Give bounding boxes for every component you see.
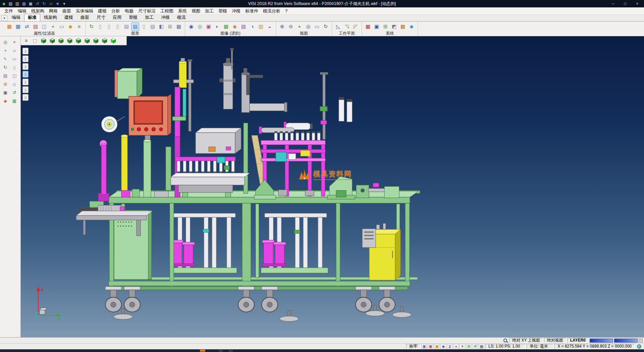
minimize-button[interactable]: ─	[607, 0, 619, 7]
toolbar-icon[interactable]: ⊞	[381, 23, 389, 31]
menu-item[interactable]: 冲模	[229, 7, 243, 15]
sidebar-tool-icon[interactable]: ◫	[10, 72, 18, 79]
toolbar-icon[interactable]: +	[49, 23, 57, 31]
toolbar-icon[interactable]: ▤	[122, 23, 130, 31]
toolbar-icon[interactable]: ▦	[364, 23, 372, 31]
tab[interactable]: 应用	[109, 14, 125, 21]
viewbar-menu-icon[interactable]: ≡	[22, 37, 30, 45]
toolbar-icon[interactable]: ↻	[322, 23, 330, 31]
toolbar-icon[interactable]: ▣	[205, 23, 213, 31]
status-mini-icon[interactable]: ▣	[421, 344, 427, 349]
sidebar-tool-icon[interactable]: ▦	[10, 97, 18, 104]
toolbar-icon[interactable]: ◩	[390, 23, 398, 31]
toolbar-icon[interactable]: ◑	[248, 23, 256, 31]
quick-access-icon[interactable]: ▣	[28, 1, 34, 7]
quick-access-icon[interactable]: ▱	[48, 1, 54, 7]
absolute-view-cell[interactable]: 绝对视图	[544, 338, 566, 343]
sidebar-tool-icon[interactable]: ◎	[1, 38, 9, 46]
status-mini-icon[interactable]: ×	[453, 344, 459, 349]
menu-item[interactable]: 视图	[189, 7, 203, 15]
floating-tool-button[interactable]: ▯	[22, 79, 29, 85]
tab[interactable]: 编辑	[8, 14, 24, 21]
tab[interactable]: 建模	[61, 14, 77, 21]
toolbar-icon[interactable]: ◧	[157, 23, 165, 31]
sidebar-tool-icon[interactable]: ▤	[1, 72, 9, 79]
status-mini-icon[interactable]: ▦	[479, 344, 484, 349]
toolbar-icon[interactable]: ▩	[14, 23, 22, 31]
status-mini-icon[interactable]: ⊞	[466, 344, 472, 349]
view-cube-icon[interactable]	[101, 37, 109, 45]
toolbar-icon[interactable]: ⊖	[287, 23, 295, 31]
sidebar-tool-icon[interactable]: +	[1, 47, 9, 54]
tab[interactable]: 曲面	[77, 14, 93, 21]
toolbar-icon[interactable]: ◫	[40, 23, 48, 31]
tab[interactable]: 标准	[24, 14, 40, 21]
sidebar-tool-icon[interactable]: ↖	[1, 55, 9, 62]
sidebar-tool-icon[interactable]: ▣	[1, 89, 9, 96]
toolbar-icon[interactable]: ◆	[66, 23, 74, 31]
tab[interactable]: 冲模	[157, 14, 173, 21]
status-mini-icon[interactable]: ▣	[428, 344, 433, 349]
view-mode-cell[interactable]: 绝对 XY 上视图	[509, 338, 543, 343]
tab[interactable]: 模流	[173, 14, 190, 21]
toolbar-icon[interactable]: ⊕	[278, 23, 286, 31]
viewport-canvas[interactable]: ≡ ▢	[21, 36, 644, 337]
tab[interactable]: 线架构	[40, 14, 61, 21]
toolbar-icon[interactable]: ▤	[149, 23, 157, 31]
toolbar-icon[interactable]: ▯	[114, 23, 122, 31]
tab[interactable]: 加工	[141, 14, 157, 21]
sidebar-tool-icon[interactable]: ×	[10, 38, 18, 46]
toolbar-icon[interactable]: ▭	[58, 23, 66, 31]
quick-access-icon[interactable]: ▾	[61, 1, 67, 7]
toolbar-icon[interactable]: ◺	[334, 23, 342, 31]
tab-dropdown-button[interactable]: ▼	[1, 15, 7, 21]
toolbar-icon[interactable]: ▦	[5, 23, 13, 31]
quick-access-icon[interactable]: ▦	[21, 1, 27, 7]
toolbar-icon[interactable]: ⇄	[23, 23, 31, 31]
menu-item[interactable]: 塑模	[216, 7, 229, 15]
magnifier-icon[interactable]	[503, 339, 507, 342]
status-mini-icon[interactable]: ↺	[472, 344, 478, 349]
toolbar-icon[interactable]: ◆	[408, 23, 416, 31]
quick-access-icon[interactable]: ■	[54, 1, 61, 7]
toolbar-icon[interactable]: ▦	[175, 23, 183, 31]
toolbar-icon[interactable]: ▥	[257, 23, 265, 31]
toolbar-icon[interactable]: ▯	[96, 23, 104, 31]
toolbar-icon[interactable]: ◎	[304, 23, 312, 31]
machine-model[interactable]: X Y	[21, 46, 644, 337]
taskbar-app-1[interactable]	[219, 350, 223, 352]
quick-access-icon[interactable]: ▤	[7, 1, 14, 7]
view-cube-icon[interactable]	[92, 37, 100, 45]
toolbar-icon[interactable]: ▭	[313, 23, 321, 31]
globe-icon[interactable]	[637, 344, 641, 349]
toolbar-icon[interactable]: ⊞	[166, 23, 174, 31]
tab[interactable]: 尺寸	[93, 14, 109, 21]
toolbar-icon[interactable]: ▦	[222, 23, 230, 31]
view-cube-icon[interactable]	[74, 37, 83, 45]
sidebar-tool-icon[interactable]: ▭	[10, 55, 18, 62]
toolbar-icon[interactable]: ≡	[75, 23, 83, 31]
toolbar-icon[interactable]: ▤	[131, 23, 139, 31]
toolbar-icon[interactable]: ◸	[352, 23, 360, 31]
toolbar-icon[interactable]: ▧	[239, 23, 248, 31]
toolbar-icon[interactable]: ◉	[187, 23, 195, 31]
toolbar-icon[interactable]: ◒	[266, 23, 274, 31]
tab[interactable]: 塑模	[125, 14, 141, 21]
floating-tool-button[interactable]: ▯	[22, 86, 29, 93]
sidebar-tool-icon[interactable]: ⊞	[1, 80, 9, 88]
view-cube-icon[interactable]	[109, 37, 117, 45]
floating-tool-button[interactable]: ▯	[22, 55, 29, 62]
view-cube-icon[interactable]	[66, 37, 74, 45]
menu-item[interactable]: ?	[283, 8, 290, 14]
view-cube-icon[interactable]	[83, 37, 91, 45]
view-cube-icon[interactable]	[40, 37, 48, 45]
view-cube-icon[interactable]	[48, 37, 56, 45]
taskbar-app-2[interactable]	[229, 350, 233, 352]
sidebar-tool-icon[interactable]: ▯	[10, 63, 18, 71]
status-mini-icon[interactable]: ▾	[460, 344, 465, 349]
view-cube-icon[interactable]	[57, 37, 65, 45]
toolbar-icon[interactable]: +	[296, 23, 304, 31]
menu-item[interactable]: 标准件	[243, 7, 261, 15]
sidebar-tool-icon[interactable]: ◇	[10, 80, 18, 88]
sidebar-tool-icon[interactable]: ▱	[10, 47, 18, 54]
